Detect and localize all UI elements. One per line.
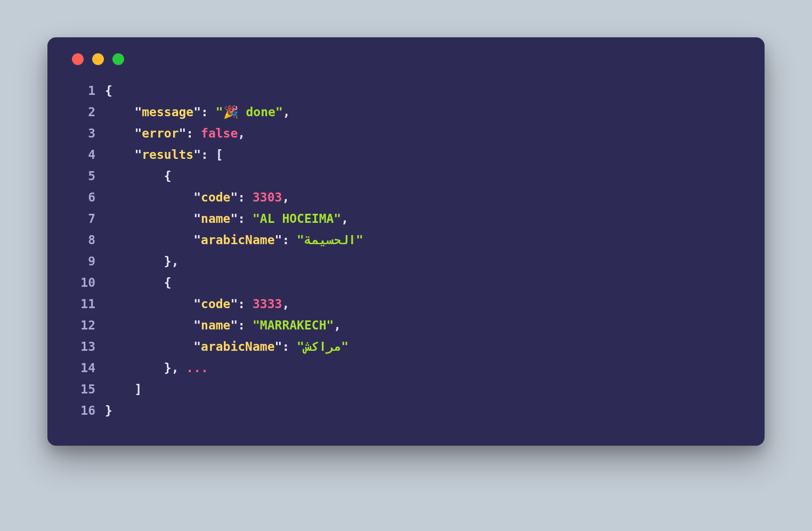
quote: " [193,187,201,208]
comma: , [282,293,289,315]
ellipsis: ... [186,357,208,379]
colon: : [186,123,193,144]
line-number: 6 [72,187,95,208]
code-block: 1 { 2 "message": "🎉 done", 3 "error": fa… [72,80,740,421]
quote: " [134,101,142,123]
quote: " [297,229,304,251]
quote: " [193,293,201,315]
json-key: name [201,208,230,229]
colon: : [238,315,245,336]
brace-open: { [164,272,172,293]
bracket-open: [ [216,144,223,165]
quote: " [356,229,363,251]
comma: , [238,123,245,144]
code-line: 4 "results": [ [72,144,740,165]
comma: , [341,208,348,229]
quote: " [230,315,238,336]
quote: " [230,187,238,208]
colon: : [238,187,245,208]
stage: 1 { 2 "message": "🎉 done", 3 "error": fa… [0,0,812,531]
json-string: AL HOCEIMA [260,208,334,229]
comma: , [172,251,179,272]
code-line: 13 "arabicName": "مراكش" [72,336,740,357]
quote: " [216,101,223,123]
line-number: 16 [72,400,95,421]
code-line: 6 "code": 3303, [72,187,740,208]
brace-close: } [164,251,172,272]
json-key: message [142,101,193,123]
code-line: 3 "error": false, [72,123,740,144]
json-key: results [142,144,193,165]
json-string: MARRAKECH [260,315,327,336]
colon: : [282,336,289,357]
line-number: 13 [72,336,95,357]
line-number: 12 [72,315,95,336]
line-number: 14 [72,357,95,379]
line-number: 3 [72,123,95,144]
line-number: 7 [72,208,95,229]
quote: " [253,208,260,229]
quote: " [179,123,186,144]
code-line: 16} [72,400,740,421]
code-line: 5 { [72,165,740,187]
json-boolean: false [201,123,238,144]
quote: " [193,229,201,251]
comma: , [334,315,341,336]
quote: " [230,293,238,315]
quote: " [341,336,348,357]
quote: " [334,208,341,229]
zoom-icon[interactable] [112,53,124,65]
quote: " [326,315,334,336]
json-key: code [201,293,230,315]
brace-close: } [105,400,112,421]
line-number: 2 [72,101,95,123]
quote: " [193,101,201,123]
quote: " [193,336,201,357]
colon: : [201,101,208,123]
code-line: 12 "name": "MARRAKECH", [72,315,740,336]
code-line: 10 { [72,272,740,293]
minimize-icon[interactable] [92,53,104,65]
json-key: arabicName [201,336,274,357]
code-window: 1 { 2 "message": "🎉 done", 3 "error": fa… [47,37,765,446]
line-number: 10 [72,272,95,293]
line-number: 9 [72,251,95,272]
line-number: 15 [72,379,95,400]
json-key: error [142,123,178,144]
line-number: 8 [72,229,95,251]
comma: , [282,187,289,208]
colon: : [201,144,208,165]
window-controls [72,53,740,65]
bracket-close: ] [134,379,142,400]
json-key: code [201,187,230,208]
json-string: 🎉 done [223,101,275,123]
code-line: 8 "arabicName": "الحسيمة" [72,229,740,251]
close-icon[interactable] [72,53,84,65]
quote: " [193,208,201,229]
quote: " [193,315,201,336]
json-number: 3303 [253,187,282,208]
json-string: مراكش [304,336,341,357]
line-number: 1 [72,80,95,101]
quote: " [275,336,282,357]
quote: " [297,336,304,357]
line-number: 4 [72,144,95,165]
json-key: arabicName [201,229,274,251]
json-string: الحسيمة [304,229,356,251]
json-key: name [201,315,230,336]
colon: : [238,208,245,229]
quote: " [134,123,142,144]
colon: : [282,229,289,251]
quote: " [193,144,201,165]
comma: , [283,101,290,123]
brace-open: { [105,80,112,101]
quote: " [275,101,283,123]
line-number: 11 [72,293,95,315]
code-line: 9 }, [72,251,740,272]
quote: " [275,229,282,251]
quote: " [134,144,142,165]
code-line: 7 "name": "AL HOCEIMA", [72,208,740,229]
json-number: 3333 [253,293,282,315]
brace-open: { [164,165,172,187]
code-line: 14 }, ... [72,357,740,379]
